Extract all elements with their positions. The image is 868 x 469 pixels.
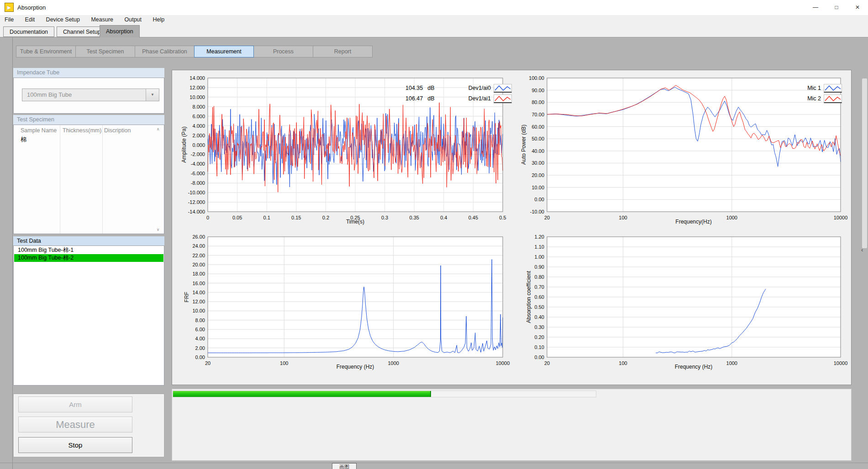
subtab-tube-environment[interactable]: Tube & Environment	[16, 46, 76, 57]
test-data-item-1[interactable]: 100mm Big Tube-棉-1	[14, 246, 163, 254]
legend-line-icon-mic1[interactable]	[824, 84, 842, 93]
scroll-down-icon[interactable]: ∨	[154, 227, 162, 232]
svg-text:2.00: 2.00	[195, 345, 205, 351]
svg-text:-10.000: -10.000	[188, 190, 205, 195]
svg-text:16.00: 16.00	[192, 281, 205, 286]
svg-text:0.40: 0.40	[535, 314, 544, 320]
svg-text:0.1: 0.1	[263, 215, 270, 220]
menu-file[interactable]: File	[0, 15, 18, 25]
arm-button[interactable]: Arm	[18, 396, 132, 412]
svg-text:20.00: 20.00	[192, 262, 205, 267]
svg-text:26.00: 26.00	[192, 234, 205, 240]
subtab-measurement[interactable]: Measurement	[194, 46, 254, 57]
svg-text:70.00: 70.00	[531, 112, 544, 117]
subtab-test-specimen[interactable]: Test Specimen	[75, 46, 135, 57]
subtab-report[interactable]: Report	[313, 46, 373, 57]
column-discription[interactable]: Discription	[104, 127, 131, 134]
legend-line-icon-ai1[interactable]	[494, 94, 512, 103]
svg-text:22.00: 22.00	[192, 253, 205, 258]
svg-text:90.00: 90.00	[531, 88, 544, 93]
sidebar-splitter[interactable]	[12, 37, 13, 469]
readout-unit: dB	[427, 95, 434, 102]
svg-text:0.80: 0.80	[535, 274, 544, 280]
test-specimen-header: Test Specimen	[13, 115, 164, 125]
menu-edit[interactable]: Edit	[21, 15, 40, 25]
subtab-phase-calibration[interactable]: Phase Calibration	[135, 46, 195, 57]
dropdown-arrow-icon[interactable]: ▼	[146, 89, 159, 101]
legend-line-icon-ai0[interactable]	[494, 84, 512, 93]
legend-dev1-ai1[interactable]: Dev1/ai1	[450, 95, 491, 102]
charts-canvas: 14.00012.00010.0008.0006.0004.0002.0000.…	[172, 70, 852, 385]
level-readout-ai0: 104.35dB	[405, 85, 435, 91]
column-thickness[interactable]: Thickness(mm)	[63, 127, 101, 134]
vertical-scrollbar-thumb[interactable]	[862, 78, 867, 248]
svg-text:0.05: 0.05	[232, 215, 242, 220]
stop-button[interactable]: Stop	[18, 437, 132, 453]
test-data-header: Test Data	[13, 236, 164, 246]
svg-text:1000: 1000	[388, 360, 399, 366]
svg-text:8.00: 8.00	[195, 318, 205, 323]
menu-output[interactable]: Output	[120, 15, 147, 25]
legend-mic-2[interactable]: Mic 2	[780, 95, 821, 102]
tab-absorption[interactable]: Absorption	[100, 25, 140, 37]
svg-text:-10.00: -10.00	[530, 209, 544, 214]
table-column-divider	[60, 125, 60, 234]
legend-mic-1[interactable]: Mic 1	[780, 85, 821, 91]
level-readout-ai1: 106.47dB	[405, 95, 435, 102]
menu-help[interactable]: Help	[148, 15, 169, 25]
legend-line-icon-mic2[interactable]	[824, 94, 842, 103]
svg-text:12.000: 12.000	[189, 85, 205, 90]
absorption-plot-area: 1.201.101.000.900.800.700.600.500.400.30…	[535, 234, 848, 366]
legend-dev1-ai0[interactable]: Dev1/ai0	[450, 85, 491, 91]
svg-text:1.20: 1.20	[535, 234, 544, 240]
chevron-left-icon[interactable]: ‹	[861, 246, 863, 253]
subtab-process[interactable]: Process	[253, 46, 313, 57]
impedance-tube-dropdown[interactable]: 100mm Big Tube ▼	[22, 89, 159, 101]
svg-text:100: 100	[619, 215, 627, 220]
svg-text:80.00: 80.00	[531, 99, 544, 105]
bottom-tab-plot[interactable]: 画图	[332, 463, 357, 469]
menu-measure[interactable]: Measure	[86, 15, 118, 25]
close-button-icon[interactable]: ✕	[847, 0, 868, 15]
svg-text:0.90: 0.90	[535, 264, 544, 270]
svg-text:24.00: 24.00	[192, 243, 205, 249]
svg-text:1000: 1000	[726, 360, 737, 366]
window-title: Absorption	[17, 0, 46, 15]
svg-text:4.000: 4.000	[192, 123, 205, 129]
svg-text:0.50: 0.50	[535, 304, 544, 310]
bottom-divider	[0, 463, 868, 463]
tab-documentation[interactable]: Documentation	[3, 26, 54, 37]
svg-text:0.00: 0.00	[535, 197, 544, 202]
svg-text:-2.000: -2.000	[191, 151, 205, 157]
column-sample-name[interactable]: Sample Name	[21, 127, 57, 134]
test-specimen-table	[13, 125, 164, 234]
menu-device-setup[interactable]: Device Setup	[42, 15, 84, 25]
minimize-button-icon[interactable]: —	[805, 0, 826, 15]
svg-text:0.000: 0.000	[192, 142, 205, 148]
svg-text:30.00: 30.00	[531, 160, 544, 166]
measure-button[interactable]: Measure	[18, 417, 132, 433]
svg-text:2.000: 2.000	[192, 133, 205, 138]
svg-text:0.35: 0.35	[409, 215, 419, 220]
y-axis-label-auto-power: Auto Power (dB)	[521, 125, 527, 165]
svg-text:60.00: 60.00	[531, 124, 544, 130]
x-axis-label-frequency-3: Frequency (Hz)	[675, 364, 713, 370]
svg-text:20: 20	[544, 360, 550, 366]
svg-text:0.70: 0.70	[535, 284, 544, 290]
svg-text:12.00: 12.00	[192, 299, 205, 304]
maximize-button-icon[interactable]: □	[826, 0, 847, 15]
svg-text:0.3: 0.3	[381, 215, 388, 220]
readout-unit: dB	[427, 85, 434, 91]
svg-text:10.000: 10.000	[189, 94, 205, 100]
x-axis-label-frequency-1: Frequency(Hz)	[675, 219, 711, 225]
svg-text:0.10: 0.10	[535, 344, 544, 350]
scroll-up-icon[interactable]: ∧	[154, 127, 162, 131]
svg-text:0.45: 0.45	[468, 215, 478, 220]
specimen-row-sample-name[interactable]: 棉	[21, 135, 26, 144]
frf-plot-area: 26.0024.0022.0020.0018.0016.0014.0012.00…	[192, 234, 510, 366]
test-data-item-2-selected[interactable]: 100mm Big Tube-棉-2	[14, 254, 163, 262]
y-axis-label-amplitude: Amplitude (Pa)	[181, 126, 187, 162]
svg-text:10000: 10000	[496, 360, 510, 366]
app-window: ▶ Absorption — □ ✕ File Edit Device Setu…	[0, 0, 868, 469]
svg-text:1.10: 1.10	[535, 244, 544, 250]
